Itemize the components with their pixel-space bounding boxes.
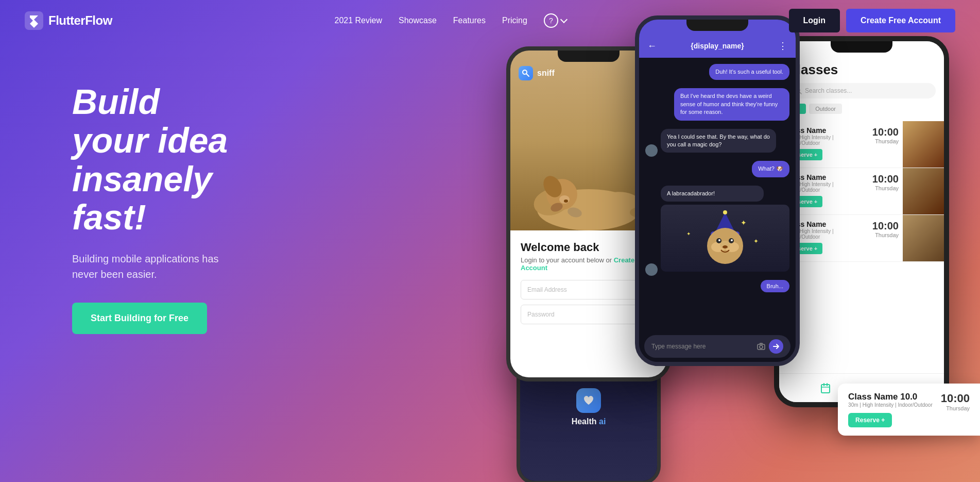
sniff-app-header: sniff bbox=[519, 66, 555, 80]
hero-subtitle: Building mobile applications has never b… bbox=[72, 251, 237, 282]
svg-text:✦: ✦ bbox=[741, 219, 747, 227]
phone-notch-3 bbox=[831, 41, 892, 53]
phone-chat: ← {display_name} ⋮ Duh! It's such a usef… bbox=[635, 15, 800, 366]
nav-link-showcase[interactable]: Showcase bbox=[399, 16, 437, 25]
chat-avatar-2 bbox=[645, 263, 658, 276]
class-overlay: Class Name 10.0 30m | High Intensity | I… bbox=[838, 384, 980, 436]
chat-bubble-recv-labrador: A labracadabrador! bbox=[661, 186, 764, 202]
chevron-down-icon bbox=[560, 16, 568, 23]
class-time-3: 10:00 Thursday bbox=[868, 215, 903, 261]
wizard-dog-illustration: ✦ ✦ ✦ bbox=[661, 205, 789, 272]
class-card-1: Class Name 30m | High Intensity | Indoor… bbox=[779, 121, 944, 168]
chat-body: Duh! It's such a useful tool. But I've h… bbox=[639, 58, 796, 362]
sniff-logo-icon bbox=[522, 69, 530, 77]
send-button[interactable] bbox=[769, 339, 783, 354]
login-button[interactable]: Login bbox=[789, 9, 840, 32]
chat-message-2: But I've heard the devs have a weird sen… bbox=[645, 88, 789, 124]
nav-links: 2021 Review Showcase Features Pricing ? bbox=[335, 13, 566, 28]
nav-link-pricing[interactable]: Pricing bbox=[502, 16, 527, 25]
nav-link-features[interactable]: Features bbox=[453, 16, 486, 25]
class-card-2: Class Name 30m | High Intensity | Indoor… bbox=[779, 168, 944, 215]
chat-input-placeholder[interactable]: Type message here bbox=[651, 343, 757, 350]
chat-screen: ← {display_name} ⋮ Duh! It's such a usef… bbox=[639, 20, 796, 362]
svg-point-24 bbox=[718, 239, 720, 241]
search-placeholder: Search classes... bbox=[805, 87, 852, 94]
camera-icon bbox=[757, 342, 766, 351]
filter-outdoor[interactable]: Outdoor bbox=[809, 104, 842, 114]
svg-line-3 bbox=[526, 74, 529, 76]
password-placeholder: Password bbox=[527, 311, 555, 318]
help-icon: ? bbox=[544, 13, 558, 28]
sniff-app-name: sniff bbox=[537, 69, 555, 78]
class-image-1 bbox=[903, 121, 944, 168]
svg-text:✦: ✦ bbox=[686, 231, 691, 237]
class-day-1: Thursday bbox=[872, 138, 899, 144]
calendar-icon[interactable] bbox=[820, 383, 831, 394]
chat-message-1: Duh! It's such a useful tool. bbox=[645, 64, 789, 84]
chat-bubble-sent-3: What? 🐶 bbox=[752, 161, 789, 177]
chat-input-area: Type message here bbox=[644, 335, 790, 358]
chat-back-icon[interactable]: ← bbox=[647, 41, 657, 52]
help-menu[interactable]: ? bbox=[544, 13, 566, 28]
class-image-2 bbox=[903, 168, 944, 214]
chat-dog-image: ✦ ✦ ✦ bbox=[661, 205, 789, 272]
navbar: FlutterFlow 2021 Review Showcase Feature… bbox=[0, 0, 980, 41]
overlay-time: 10:00 bbox=[941, 392, 970, 405]
nav-actions: Login Create Free Account bbox=[789, 9, 955, 32]
overlay-class-meta: 30m | High Intensity | Indoor/Outdoor bbox=[848, 402, 933, 408]
email-placeholder: Email Address bbox=[527, 286, 567, 293]
classes-title: Classes bbox=[787, 62, 936, 78]
svg-point-12 bbox=[559, 195, 570, 204]
phone-notch-1 bbox=[558, 51, 620, 62]
svg-point-16 bbox=[723, 210, 727, 214]
class-image-3 bbox=[903, 215, 944, 261]
svg-rect-33 bbox=[821, 385, 830, 393]
chat-more-icon[interactable]: ⋮ bbox=[778, 40, 787, 52]
phone-classes: Classes Search classes... All Outdoor Cl… bbox=[774, 36, 949, 407]
health-app-name: Health ai bbox=[572, 417, 606, 426]
class-time-2: 10:00 Thursday bbox=[868, 168, 903, 214]
svg-point-21 bbox=[723, 245, 728, 248]
chat-bubble-sent-1: Duh! It's such a useful tool. bbox=[709, 64, 789, 80]
overlay-class-title: Class Name 10.0 bbox=[848, 392, 933, 402]
chat-avatar-1 bbox=[645, 144, 658, 157]
chat-display-name: {display_name} bbox=[691, 42, 744, 50]
chat-bubble-recv-1: Yea I could see that. By the way, what d… bbox=[661, 129, 776, 153]
chat-message-5: A labracadabrador! bbox=[645, 186, 789, 276]
class-time-1: 10:00 Thursday bbox=[868, 121, 903, 168]
chat-message-6: Bruh... bbox=[645, 280, 789, 296]
class-day-3: Thursday bbox=[872, 232, 899, 238]
sniff-logo bbox=[519, 66, 533, 80]
class-day-2: Thursday bbox=[872, 185, 899, 191]
svg-point-30 bbox=[760, 345, 763, 348]
hero-content: Build your idea insanely fast! Building … bbox=[0, 41, 309, 334]
classes-search-bar[interactable]: Search classes... bbox=[787, 83, 936, 98]
health-logo-icon bbox=[581, 393, 596, 408]
class-card-3: Class Name 30m | High Intensity | Indoor… bbox=[779, 215, 944, 262]
svg-point-13 bbox=[564, 200, 568, 203]
overlay-day: Thursday bbox=[941, 405, 970, 411]
nav-link-review[interactable]: 2021 Review bbox=[335, 16, 383, 25]
chat-message-3: Yea I could see that. By the way, what d… bbox=[645, 129, 789, 157]
create-account-button[interactable]: Create Free Account bbox=[846, 9, 955, 32]
send-icon bbox=[772, 343, 780, 350]
overlay-reserve-button[interactable]: Reserve + bbox=[848, 413, 892, 427]
hero-title: Build your idea insanely fast! bbox=[72, 82, 237, 237]
class-time-display-2: 10:00 bbox=[872, 173, 899, 185]
filter-tabs: All Outdoor bbox=[787, 104, 936, 114]
class-time-display-3: 10:00 bbox=[872, 220, 899, 232]
logo[interactable]: FlutterFlow bbox=[25, 11, 112, 30]
classes-header: Classes Search classes... All Outdoor bbox=[779, 41, 944, 121]
class-time-display-1: 10:00 bbox=[872, 126, 899, 138]
svg-text:✦: ✦ bbox=[753, 238, 759, 245]
health-logo bbox=[576, 388, 601, 413]
chat-bubble-sent-2: But I've heard the devs have a weird sen… bbox=[674, 88, 789, 120]
start-building-button[interactable]: Start Building for Free bbox=[72, 303, 207, 334]
chat-bubble-bruh: Bruh... bbox=[761, 280, 789, 292]
class-list: Class Name 30m | High Intensity | Indoor… bbox=[779, 121, 944, 262]
svg-point-25 bbox=[731, 239, 733, 241]
brand-name: FlutterFlow bbox=[48, 13, 112, 28]
flutterflow-logo-icon bbox=[25, 11, 43, 30]
chat-message-4: What? 🐶 bbox=[645, 161, 789, 181]
